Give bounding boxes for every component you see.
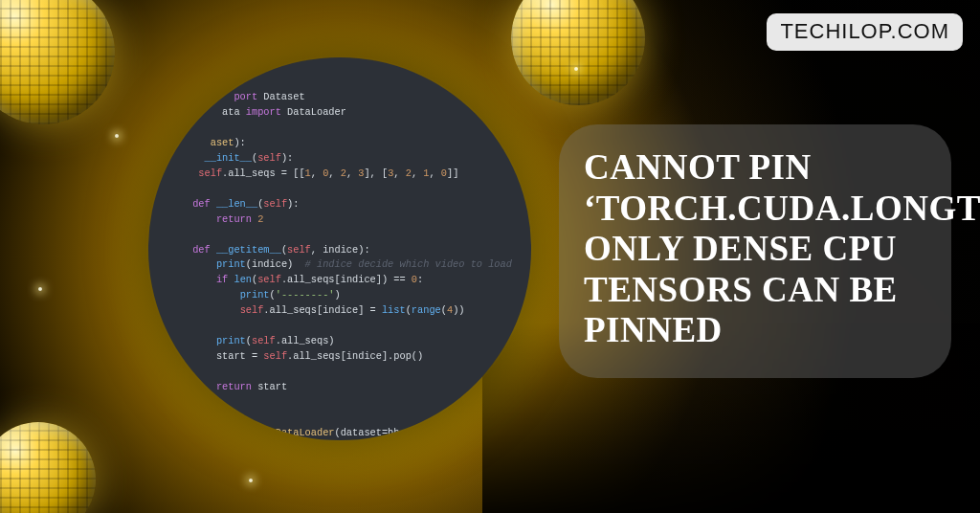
sparkle-decoration <box>249 479 253 482</box>
disco-ball-decoration <box>0 0 115 124</box>
disco-ball-decoration <box>511 0 645 105</box>
disco-ball-decoration <box>0 422 96 513</box>
hero-graphic: port Dataset ata import DataLoader aset)… <box>0 0 980 513</box>
sparkle-decoration <box>574 67 578 71</box>
sparkle-decoration <box>38 287 42 291</box>
article-title: CANNOT PIN ‘TORCH.CUDA.LONGTENSOR’ ONLY … <box>584 147 926 351</box>
code-snippet-circle: port Dataset ata import DataLoader aset)… <box>148 57 531 440</box>
article-title-panel: CANNOT PIN ‘TORCH.CUDA.LONGTENSOR’ ONLY … <box>559 124 951 378</box>
site-name: TECHILOP.COM <box>780 19 949 43</box>
sparkle-decoration <box>115 134 119 138</box>
code-snippet: port Dataset ata import DataLoader aset)… <box>187 90 506 440</box>
site-badge: TECHILOP.COM <box>767 13 963 51</box>
